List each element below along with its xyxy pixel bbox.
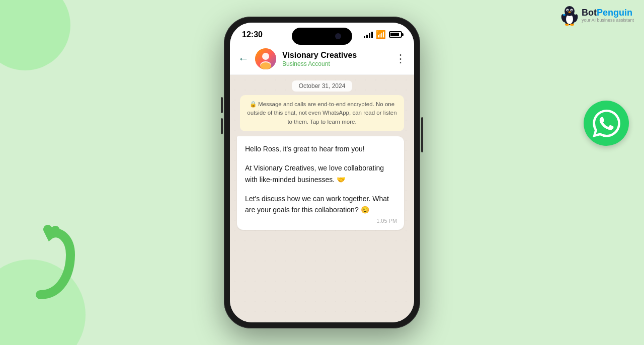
- status-time: 12:30: [242, 30, 263, 39]
- more-options-button[interactable]: ⋮: [395, 52, 406, 65]
- botpenguin-logo: Bot Penguin your AI business assistant: [560, 5, 634, 26]
- back-button[interactable]: ←: [238, 52, 249, 65]
- chat-header[interactable]: ←: [230, 43, 414, 75]
- contact-avatar: [255, 48, 276, 69]
- power-button: [421, 117, 423, 152]
- phone-notch: [292, 28, 352, 45]
- svg-point-11: [570, 24, 574, 26]
- svg-point-5: [567, 10, 568, 11]
- wifi-icon: 📶: [376, 30, 386, 39]
- phone-frame: 12:30 📶: [224, 17, 420, 328]
- message-bubble: Hello Ross, it's great to hear from you!…: [237, 136, 404, 230]
- botpenguin-tagline: your AI business assistant: [582, 18, 634, 23]
- volume-down-button: [221, 118, 223, 134]
- status-icons: 📶: [364, 30, 402, 39]
- svg-point-2: [565, 6, 575, 16]
- contact-status: Business Account: [282, 60, 389, 67]
- message-line-3: Let's discuss how we can work together. …: [245, 193, 396, 216]
- volume-up-button: [221, 97, 223, 113]
- signal-bar-2: [366, 35, 368, 38]
- bg-circle-top-left: [0, 0, 70, 70]
- penguin-text: Penguin: [597, 8, 632, 18]
- message-line-2: At Visionary Creatives, we love collabor…: [245, 162, 396, 185]
- encryption-text: 🔒 Message and calls are end-to-end encry…: [247, 101, 396, 125]
- date-badge-text: October 31, 2024: [292, 80, 353, 92]
- message-line-1: Hello Ross, it's great to hear from you!: [245, 143, 396, 154]
- front-camera: [335, 33, 341, 39]
- svg-point-14: [262, 53, 269, 60]
- avatar-image: [255, 48, 276, 69]
- chat-body: October 31, 2024 🔒 Message and calls are…: [230, 75, 414, 322]
- bg-arrow-decoration: [30, 224, 131, 305]
- bot-text: Bot: [582, 8, 597, 18]
- contact-name: Visionary Creatives: [282, 50, 389, 60]
- signal-icon: [364, 31, 373, 38]
- signal-bar-1: [364, 36, 365, 38]
- battery-fill: [390, 33, 399, 36]
- signal-bar-4: [371, 32, 373, 38]
- botpenguin-text: Bot Penguin your AI business assistant: [582, 8, 634, 23]
- svg-rect-12: [563, 14, 566, 16]
- phone-screen: 12:30 📶: [230, 23, 414, 322]
- svg-point-7: [568, 12, 571, 13]
- svg-point-6: [571, 10, 572, 11]
- svg-point-10: [565, 24, 569, 26]
- phone-side-buttons: [221, 97, 223, 134]
- phone-mockup: 12:30 📶: [224, 17, 420, 328]
- message-time: 1.05 PM: [376, 217, 397, 226]
- whatsapp-icon: [584, 101, 629, 146]
- botpenguin-logo-icon: [560, 5, 579, 26]
- battery-icon: [389, 31, 402, 38]
- date-badge: October 31, 2024: [235, 81, 409, 90]
- signal-bar-3: [369, 33, 370, 38]
- encryption-notice[interactable]: 🔒 Message and calls are end-to-end encry…: [240, 95, 404, 131]
- contact-info: Visionary Creatives Business Account: [282, 50, 389, 67]
- status-bar: 12:30 📶: [230, 23, 414, 43]
